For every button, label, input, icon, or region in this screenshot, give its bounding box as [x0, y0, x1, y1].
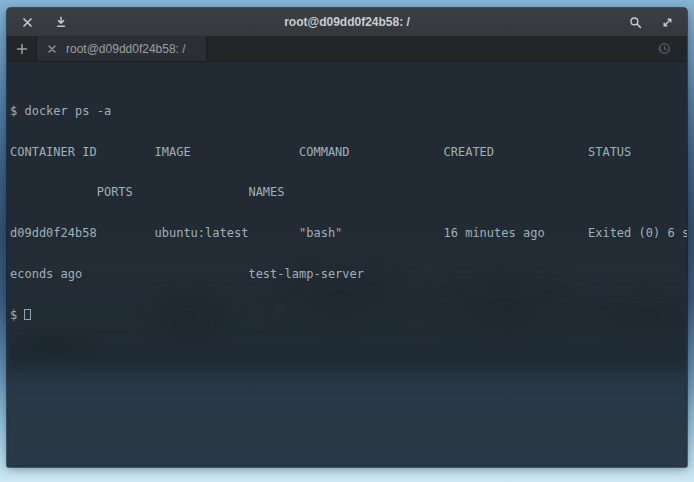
- prompt-line: $: [10, 309, 687, 323]
- plus-icon: [16, 43, 28, 55]
- tab-active[interactable]: root@d09dd0f24b58: /: [37, 36, 207, 61]
- new-tab-button[interactable]: [7, 36, 37, 61]
- fullscreen-button[interactable]: [659, 14, 675, 30]
- terminal-line: d09dd0f24b58 ubuntu:latest "bash" 16 min…: [10, 227, 687, 241]
- arrow-down-to-line-icon: [55, 16, 67, 28]
- tab-bar: root@d09dd0f24b58: /: [7, 36, 687, 62]
- history-clock-icon: [657, 41, 672, 56]
- terminal-line: econds ago test-lamp-server: [10, 268, 687, 282]
- wallpaper-bleed-overlay: [7, 62, 687, 467]
- terminal-line: $ docker ps -a: [10, 105, 687, 119]
- terminal-cursor: [24, 309, 31, 320]
- terminal-window: root@d09dd0f24b58: /: [7, 8, 687, 467]
- search-button[interactable]: [627, 14, 643, 30]
- close-button[interactable]: [19, 14, 35, 30]
- search-icon: [629, 16, 642, 29]
- terminal-line: PORTS NAMES: [10, 186, 687, 200]
- tab-close-button[interactable]: [46, 43, 58, 55]
- titlebar-right-controls: [605, 14, 675, 30]
- terminal-line: CONTAINER ID IMAGE COMMAND CREATED STATU…: [10, 146, 687, 160]
- close-icon: [47, 44, 57, 54]
- diagonal-expand-icon: [661, 16, 674, 29]
- session-history-button[interactable]: [647, 36, 681, 61]
- titlebar[interactable]: root@d09dd0f24b58: /: [7, 8, 687, 36]
- tab-label: root@d09dd0f24b58: /: [66, 42, 186, 56]
- minimize-button[interactable]: [53, 14, 69, 30]
- close-icon: [22, 17, 33, 28]
- titlebar-left-controls: [19, 14, 89, 30]
- tabbar-spacer: [207, 36, 647, 61]
- desktop-background: root@d09dd0f24b58: /: [0, 0, 694, 482]
- window-title: root@d09dd0f24b58: /: [89, 15, 605, 29]
- shell-prompt: $: [10, 308, 24, 322]
- terminal-screen[interactable]: $ docker ps -a CONTAINER ID IMAGE COMMAN…: [7, 62, 687, 467]
